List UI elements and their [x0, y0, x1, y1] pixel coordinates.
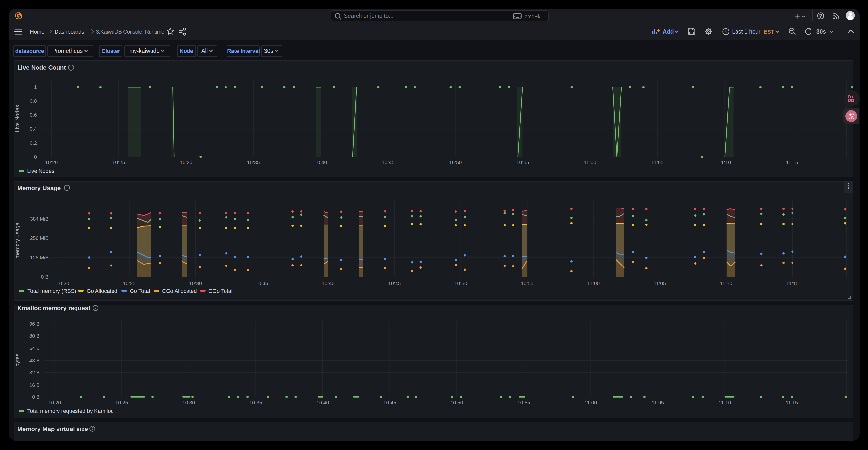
svg-text:10:40: 10:40: [316, 400, 329, 405]
svg-text:128 MiB: 128 MiB: [30, 255, 49, 260]
svg-text:256 MiB: 256 MiB: [30, 235, 49, 241]
svg-text:10:25: 10:25: [123, 280, 135, 286]
svg-text:Go Allocated: Go Allocated: [86, 288, 117, 294]
svg-text:10:50: 10:50: [449, 159, 462, 165]
svg-text:Total memory (RSS): Total memory (RSS): [27, 288, 76, 294]
svg-text:0 B: 0 B: [41, 274, 49, 280]
svg-text:bytes: bytes: [14, 354, 20, 367]
svg-text:10:25: 10:25: [115, 400, 128, 405]
svg-text:0.8: 0.8: [29, 98, 36, 104]
svg-text:10:30: 10:30: [189, 280, 202, 286]
svg-text:Go Total: Go Total: [129, 288, 150, 294]
svg-text:10:45: 10:45: [381, 159, 394, 165]
svg-text:10:20: 10:20: [56, 280, 69, 286]
svg-text:Memory Map virtual size: Memory Map virtual size: [17, 425, 88, 432]
svg-text:0.4: 0.4: [29, 126, 36, 132]
svg-text:11:05: 11:05: [653, 280, 666, 286]
svg-text:10:50: 10:50: [450, 400, 463, 405]
svg-text:384 MiB: 384 MiB: [30, 216, 49, 222]
svg-text:0.2: 0.2: [29, 140, 36, 146]
svg-text:memory usage: memory usage: [14, 223, 20, 259]
svg-text:96 B: 96 B: [29, 321, 39, 327]
svg-text:10:20: 10:20: [45, 159, 58, 165]
svg-text:CGo Allocated: CGo Allocated: [162, 288, 197, 294]
svg-text:10:20: 10:20: [48, 400, 61, 405]
svg-text:10:30: 10:30: [179, 159, 192, 165]
svg-text:10:40: 10:40: [321, 280, 334, 286]
svg-text:0 B: 0 B: [32, 394, 39, 400]
svg-text:48 B: 48 B: [29, 358, 39, 363]
svg-text:10:35: 10:35: [255, 280, 268, 286]
svg-text:11:00: 11:00: [587, 280, 599, 286]
svg-text:11:00: 11:00: [584, 159, 596, 165]
svg-text:Live Nodes: Live Nodes: [14, 105, 20, 132]
svg-text:11:15: 11:15: [785, 159, 798, 165]
svg-text:1: 1: [34, 84, 36, 90]
svg-text:10:25: 10:25: [112, 159, 125, 165]
svg-text:80 B: 80 B: [29, 333, 39, 339]
svg-text:11:10: 11:10: [720, 280, 732, 286]
svg-text:Live Node Count: Live Node Count: [17, 64, 66, 71]
svg-text:10:55: 10:55: [521, 280, 533, 286]
svg-text:10:30: 10:30: [182, 400, 195, 405]
svg-text:10:45: 10:45: [388, 280, 401, 286]
svg-text:Kmalloc memory request: Kmalloc memory request: [17, 305, 90, 311]
svg-text:11:05: 11:05: [651, 400, 664, 405]
svg-text:CGo Total: CGo Total: [208, 288, 232, 294]
svg-text:10:40: 10:40: [314, 159, 327, 165]
svg-text:0: 0: [34, 154, 36, 160]
svg-text:11:00: 11:00: [584, 400, 597, 405]
svg-text:11:05: 11:05: [651, 159, 663, 165]
svg-text:10:55: 10:55: [516, 159, 529, 165]
svg-text:11:10: 11:10: [718, 159, 731, 165]
svg-text:10:55: 10:55: [517, 400, 530, 405]
svg-text:Memory Usage: Memory Usage: [17, 185, 60, 191]
svg-text:10:35: 10:35: [247, 159, 259, 165]
svg-text:10:50: 10:50: [454, 280, 467, 286]
svg-text:Total memory requested by Kaml: Total memory requested by Kamlloc: [27, 408, 113, 414]
svg-text:Live Nodes: Live Nodes: [27, 168, 54, 174]
svg-text:64 B: 64 B: [29, 345, 39, 351]
svg-text:11:15: 11:15: [785, 400, 798, 405]
svg-text:32 B: 32 B: [29, 370, 39, 375]
svg-text:16 B: 16 B: [29, 382, 39, 388]
svg-text:11:10: 11:10: [718, 400, 731, 405]
svg-text:0.6: 0.6: [29, 112, 36, 118]
svg-text:10:45: 10:45: [383, 400, 396, 405]
svg-text:11:15: 11:15: [786, 280, 799, 286]
svg-text:A: A: [850, 115, 854, 119]
svg-text:10:35: 10:35: [249, 400, 262, 405]
